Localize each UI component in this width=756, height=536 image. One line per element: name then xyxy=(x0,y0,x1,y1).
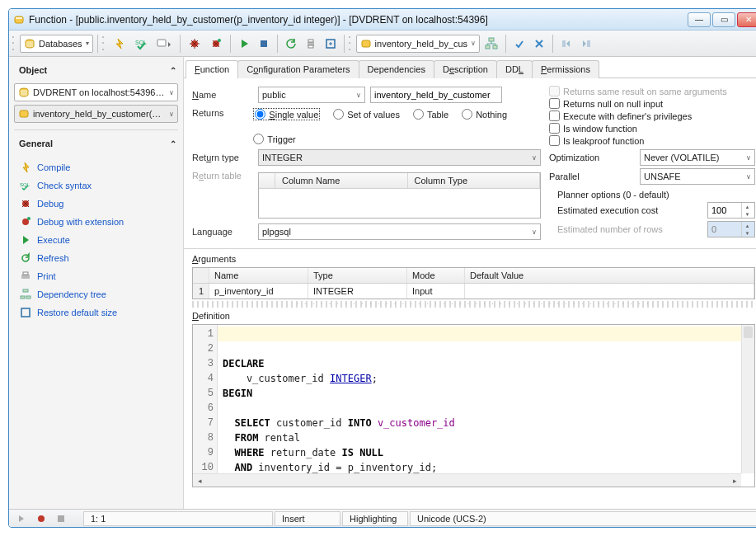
name-input[interactable] xyxy=(370,87,502,103)
svg-rect-32 xyxy=(58,515,64,522)
refresh-link[interactable]: Refresh xyxy=(16,249,176,267)
stop-icon[interactable] xyxy=(255,35,273,53)
returns-single[interactable]: Single value xyxy=(253,108,320,120)
collapse-icon[interactable]: ⌃ xyxy=(170,139,176,148)
returns-nothing[interactable]: Nothing xyxy=(462,108,507,120)
restore-size-icon[interactable] xyxy=(322,35,340,53)
gutter: 1234567891011 xyxy=(193,325,218,487)
collapse-icon[interactable]: ⌃ xyxy=(170,66,176,75)
definition-section: Definition 1234567891011 DECLARE v_custo… xyxy=(184,309,756,491)
bug-ext-icon xyxy=(19,215,32,228)
est-rows-input: ▲▼ xyxy=(707,221,755,237)
dependency-tree-icon[interactable] xyxy=(481,35,501,53)
debug-icon[interactable] xyxy=(185,35,204,53)
chk-leakproof[interactable]: Is leakproof function xyxy=(549,134,755,147)
svg-rect-8 xyxy=(261,40,267,47)
database-selector[interactable]: DVDRENT on localhost:54396 [DV ∨ xyxy=(14,83,178,101)
svg-rect-14 xyxy=(489,38,494,41)
arguments-table[interactable]: Name Type Mode Default Value 1 p_invento… xyxy=(192,267,755,299)
splitter[interactable]: · · · · · · · · · · · · · · · · · · · · … xyxy=(192,301,755,308)
svg-rect-1 xyxy=(16,17,22,19)
sidebar: Object ⌃ DVDRENT on localhost:54396 [DV … xyxy=(9,57,184,509)
svg-rect-10 xyxy=(308,40,313,42)
refresh-icon[interactable] xyxy=(282,35,300,53)
schema-select[interactable]: public∨ xyxy=(258,87,365,103)
cancel-icon[interactable] xyxy=(530,35,548,53)
svg-rect-17 xyxy=(562,40,566,47)
compile-icon[interactable] xyxy=(110,35,129,53)
tab-function[interactable]: Function xyxy=(185,60,238,78)
print-link[interactable]: Print xyxy=(16,267,176,285)
titlebar: Function - [public.inventory_held_by_cus… xyxy=(9,9,756,31)
debug-ext-icon[interactable] xyxy=(206,35,226,53)
est-rows-label: Estimated number of rows xyxy=(557,224,707,234)
arguments-section: Arguments Name Type Mode Default Value 1… xyxy=(184,248,756,299)
status-stop-icon[interactable] xyxy=(52,510,70,528)
window-title: Function - [public.inventory_held_by_cus… xyxy=(29,14,688,26)
return-type-select[interactable]: INTEGER∨ xyxy=(258,149,541,166)
tab-dependencies[interactable]: Dependencies xyxy=(359,60,434,78)
cursor-position: 1: 1 xyxy=(83,511,273,526)
parallel-select[interactable]: UNSAFE∨ xyxy=(640,168,755,185)
prev-icon[interactable] xyxy=(557,35,575,53)
returns-label: Returns xyxy=(192,108,253,118)
refresh-icon xyxy=(19,252,32,265)
return-table-label: Return table xyxy=(192,171,258,181)
code-area[interactable]: DECLARE v_customer_id INTEGER; BEGIN SEL… xyxy=(218,325,754,487)
function-selector[interactable]: inventory_held_by_custom ∨ xyxy=(356,35,480,53)
svg-rect-13 xyxy=(362,40,370,47)
debug-link[interactable]: Debug xyxy=(16,195,176,213)
bolt-icon xyxy=(19,161,32,174)
databases-dropdown[interactable]: Databases ▾ xyxy=(20,35,93,53)
sql-check-icon: SQL xyxy=(19,179,32,192)
tab-permissions[interactable]: Permissions xyxy=(532,60,599,78)
returns-trigger[interactable]: Trigger xyxy=(253,134,295,144)
function-object-selector[interactable]: inventory_held_by_customer(p_in ∨ xyxy=(14,105,178,123)
encoding: Unicode (UCS-2) xyxy=(410,511,756,526)
optimization-label: Optimization xyxy=(549,153,640,162)
est-cost-label: Estimated execution cost xyxy=(557,205,707,215)
chk-null-input[interactable]: Returns null on null input xyxy=(549,97,755,110)
app-icon xyxy=(12,13,26,26)
object-section-header[interactable]: Object ⌃ xyxy=(14,62,178,82)
tab-description[interactable]: Description xyxy=(434,60,497,78)
run-icon[interactable] xyxy=(235,35,253,53)
language-label: Language xyxy=(192,227,258,237)
execute-link[interactable]: Execute xyxy=(16,231,176,249)
general-section-header[interactable]: General ⌃ xyxy=(14,135,178,155)
svg-rect-25 xyxy=(21,275,30,279)
dependency-tree-link[interactable]: Dependency tree xyxy=(16,285,176,303)
chk-window[interactable]: Is window function xyxy=(549,122,755,134)
next-icon[interactable] xyxy=(577,35,595,53)
svg-point-31 xyxy=(38,515,45,522)
accept-icon[interactable] xyxy=(510,35,528,53)
svg-point-7 xyxy=(218,39,221,42)
check-syntax-icon[interactable]: SQL xyxy=(131,35,151,53)
main-toolbar: Databases ▾ SQL inventory_held_by_custom… xyxy=(9,31,756,57)
minimize-button[interactable]: — xyxy=(688,12,711,27)
svg-rect-20 xyxy=(20,110,28,117)
tab-config-params[interactable]: Configuration Parameters xyxy=(237,60,359,78)
status-record-icon[interactable] xyxy=(32,510,50,528)
compile-link[interactable]: Compile xyxy=(16,158,176,176)
restore-size-link[interactable]: Restore default size xyxy=(16,303,176,322)
code-editor[interactable]: 1234567891011 DECLARE v_customer_id INTE… xyxy=(192,324,755,487)
window: Function - [public.inventory_held_by_cus… xyxy=(8,8,756,528)
print-icon[interactable] xyxy=(302,35,320,53)
check-syntax-link[interactable]: SQLCheck syntax xyxy=(16,176,176,195)
language-select[interactable]: plpgsql∨ xyxy=(258,223,541,240)
returns-set[interactable]: Set of values xyxy=(333,108,400,120)
svg-rect-18 xyxy=(587,40,590,47)
chk-definer[interactable]: Execute with definer's privileges xyxy=(549,110,755,122)
close-button[interactable]: ✕ xyxy=(737,12,756,27)
execute-dropdown-icon[interactable] xyxy=(153,35,176,53)
returns-table[interactable]: Table xyxy=(413,108,448,120)
est-cost-input[interactable]: ▲▼ xyxy=(707,202,755,219)
table-row[interactable]: 1 p_inventory_id INTEGER Input xyxy=(193,284,754,299)
play-icon xyxy=(19,233,32,247)
maximize-button[interactable]: ▭ xyxy=(712,12,735,27)
debug-extension-link[interactable]: Debug with extension xyxy=(16,213,176,231)
status-play-icon[interactable] xyxy=(12,510,31,528)
tab-ddl[interactable]: DDL xyxy=(496,60,533,78)
optimization-select[interactable]: Never (VOLATILE)∨ xyxy=(640,149,755,166)
